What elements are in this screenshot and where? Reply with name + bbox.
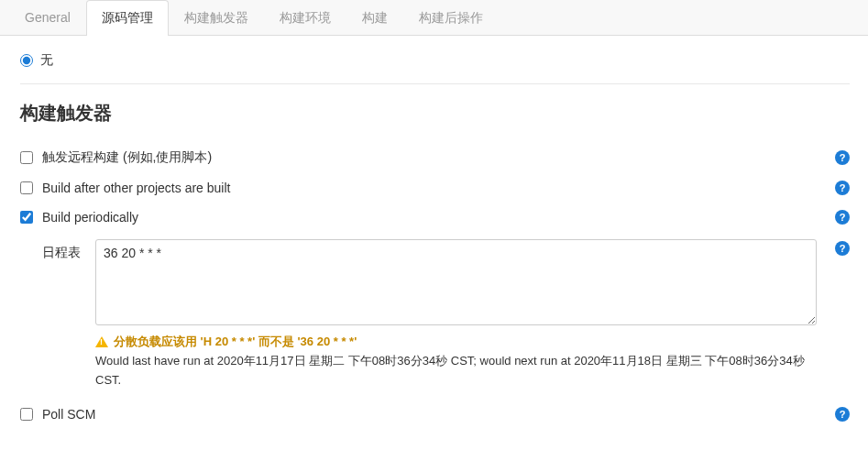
schedule-info-text: Would last have run at 2020年11月17日 星期二 下… xyxy=(95,352,817,390)
trigger-poll-scm-row: Poll SCM ? xyxy=(20,407,850,422)
tab-general[interactable]: General xyxy=(9,0,86,36)
tab-triggers[interactable]: 构建触发器 xyxy=(169,0,264,36)
trigger-remote-checkbox[interactable] xyxy=(20,151,33,164)
help-icon[interactable]: ? xyxy=(835,407,850,422)
schedule-warning-text: 分散负载应该用 'H 20 * * *' 而不是 '36 20 * * *' xyxy=(114,334,357,350)
content-area: 无 构建触发器 触发远程构建 (例如,使用脚本) ? Build after o… xyxy=(0,36,868,451)
trigger-after-projects-label: Build after other projects are built xyxy=(42,181,230,195)
trigger-remote-label: 触发远程构建 (例如,使用脚本) xyxy=(42,149,212,166)
help-icon[interactable]: ? xyxy=(835,150,850,165)
trigger-after-projects-checkbox[interactable] xyxy=(20,181,33,194)
trigger-periodically-label: Build periodically xyxy=(42,210,138,225)
tab-scm[interactable]: 源码管理 xyxy=(86,0,169,36)
separator xyxy=(20,83,850,84)
tab-build[interactable]: 构建 xyxy=(346,0,403,36)
trigger-poll-scm-label: Poll SCM xyxy=(42,407,95,422)
tab-bar: General 源码管理 构建触发器 构建环境 构建 构建后操作 xyxy=(0,0,868,36)
trigger-periodically-row: Build periodically ? xyxy=(20,210,850,225)
schedule-warning-row: 分散负载应该用 'H 20 * * *' 而不是 '36 20 * * *' xyxy=(95,334,817,350)
schedule-textarea[interactable] xyxy=(95,239,817,325)
help-icon[interactable]: ? xyxy=(835,181,850,195)
schedule-block: 日程表 分散负载应该用 'H 20 * * *' 而不是 '36 20 * * … xyxy=(42,239,850,390)
trigger-after-projects-row: Build after other projects are built ? xyxy=(20,181,850,195)
trigger-remote-row: 触发远程构建 (例如,使用脚本) ? xyxy=(20,149,850,166)
warning-icon xyxy=(95,336,108,347)
trigger-poll-scm-checkbox[interactable] xyxy=(20,408,33,421)
tab-env[interactable]: 构建环境 xyxy=(264,0,346,36)
scm-none-row: 无 xyxy=(20,52,850,69)
schedule-label: 日程表 xyxy=(42,239,82,261)
tab-post[interactable]: 构建后操作 xyxy=(403,0,499,36)
trigger-periodically-checkbox[interactable] xyxy=(20,211,33,224)
help-icon[interactable]: ? xyxy=(835,241,850,256)
scm-none-label: 无 xyxy=(40,52,53,69)
triggers-heading: 构建触发器 xyxy=(20,101,850,126)
help-icon[interactable]: ? xyxy=(835,210,850,225)
scm-none-radio[interactable] xyxy=(20,54,33,67)
